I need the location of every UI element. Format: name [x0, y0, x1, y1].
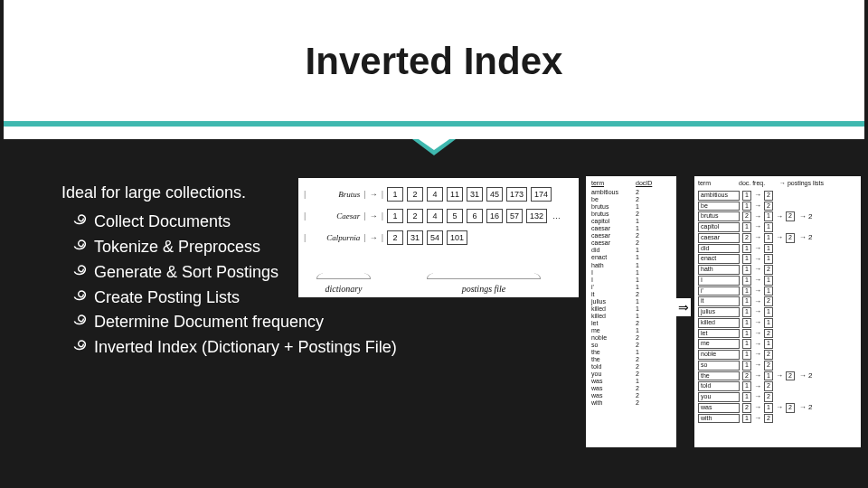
docid-cell: 2 — [636, 291, 671, 298]
arrow-icon: → — [754, 340, 761, 349]
docid-cell: 1 — [636, 218, 671, 225]
dict-freq: 1 — [742, 265, 751, 275]
docid-cell: 2 — [636, 385, 671, 392]
dict-ext: → 2 — [799, 233, 813, 242]
bullet-text: Collect Documents — [94, 212, 231, 230]
bullet-item: Inverted Index (Dictionary + Postings Fi… — [78, 335, 397, 361]
docid-cell: 1 — [636, 254, 671, 261]
dict-freq: 1 — [742, 202, 751, 211]
dict-term: with — [698, 414, 740, 424]
posting-row: |Caesar|→|124561657132… — [304, 209, 573, 223]
dict-row: was2→1→2→ 2 — [698, 403, 857, 413]
dict-term: ambitious — [698, 191, 740, 201]
dict-freq: 2 — [742, 233, 751, 243]
docid-cell: 1 — [636, 378, 671, 385]
arrow-icon: → — [754, 297, 761, 306]
dict-freq: 1 — [742, 244, 751, 254]
term-cell: ambitious — [591, 189, 627, 196]
docid-cell: 1 — [636, 298, 671, 305]
term-cell: enact — [591, 254, 627, 261]
arrow-icon: → — [754, 318, 761, 327]
arrow-icon: → — [754, 307, 761, 316]
docid-cell: 1 — [636, 305, 671, 313]
term-cell: the — [591, 349, 627, 356]
big-arrow-icon: ⇒ — [676, 298, 691, 316]
term-cell: be — [591, 196, 627, 203]
dict-freq: 1 — [742, 191, 751, 201]
arrow-icon: → — [754, 202, 761, 211]
dict-freq: 1 — [742, 276, 751, 286]
fig3-hdr-freq: doc. freq. — [739, 180, 777, 188]
term-cell: did — [591, 247, 627, 254]
term-cell: caesar — [591, 239, 627, 247]
term-cell: I — [591, 269, 627, 277]
docid-cell: 2 — [636, 320, 671, 327]
bullet-text: Tokenize & Preprocess — [94, 238, 260, 256]
docid-cell: 1 — [636, 277, 671, 284]
dict-freq: 1 — [742, 222, 751, 232]
fig3-hdr-post: → postings lists — [779, 180, 824, 188]
docid-cell: 2 — [636, 211, 671, 218]
term-cell: it — [591, 291, 627, 298]
dict-freq: 1 — [742, 254, 751, 264]
docid-cell: 2 — [636, 239, 671, 247]
dict-term: be — [698, 202, 740, 211]
dict-row: I1→1 — [698, 276, 857, 286]
dict-freq: 1 — [742, 392, 751, 402]
dict-row: caesar2→1→2→ 2 — [698, 233, 857, 243]
arrow-icon: → — [754, 191, 761, 200]
docid-cell: 2 — [636, 342, 671, 349]
slide: Inverted Index Ideal for large collectio… — [0, 0, 868, 488]
term-cell: caesar — [591, 232, 627, 239]
posting-term: Calpurnia — [309, 233, 360, 242]
arrow-icon: → — [754, 286, 761, 296]
dict-row: you1→2 — [698, 392, 857, 402]
dict-row: let1→2 — [698, 329, 857, 339]
dict-ext: → 2 — [799, 212, 813, 221]
term-cell: was — [591, 385, 627, 392]
dict-row: so1→2 — [698, 361, 857, 371]
dict-term: was — [698, 403, 740, 413]
dict-freq: 1 — [742, 414, 751, 424]
dict-freq: 1 — [742, 296, 751, 306]
dict-row: me1→1 — [698, 339, 857, 349]
dict-row: it1→2 — [698, 296, 857, 306]
dict-term: hath — [698, 265, 740, 275]
arrow-icon: → — [754, 276, 761, 285]
dict-row: killed1→1 — [698, 318, 857, 328]
docid-cell: 1 — [636, 269, 671, 277]
term-cell: was — [591, 378, 627, 385]
term-cell: killed — [591, 313, 627, 320]
fig1-label-postings: postings file — [389, 284, 579, 294]
dict-term: julius — [698, 307, 740, 317]
dict-term: told — [698, 381, 740, 391]
bullet-item: Determine Document frequency — [78, 310, 397, 335]
docid-cell: 2 — [636, 356, 671, 363]
title-band: Inverted Index — [4, 0, 864, 139]
term-cell: brutus — [591, 203, 627, 211]
dict-term: i' — [698, 286, 740, 296]
dict-term: the — [698, 371, 740, 381]
docid-cell: 1 — [636, 349, 671, 356]
arrow-icon: → — [370, 233, 378, 242]
docid-cell: 1 — [636, 284, 671, 291]
term-cell: with — [591, 399, 627, 407]
dict-ext: → 2 — [799, 371, 813, 380]
dict-freq: 1 — [742, 318, 751, 328]
term-cell: caesar — [591, 225, 627, 232]
fig2-header-term: term — [591, 180, 627, 187]
dict-freq: 1 — [742, 339, 751, 349]
arrow-icon: → — [754, 222, 761, 231]
docid-cell: 2 — [636, 232, 671, 239]
dict-term: it — [698, 296, 740, 306]
docid-cell: 2 — [636, 189, 671, 196]
notch-inner — [416, 137, 452, 150]
dict-term: I — [698, 276, 740, 286]
dict-freq: 1 — [742, 307, 751, 317]
posting-term: Brutus — [309, 190, 360, 199]
arrow-icon: → — [754, 414, 761, 423]
term-cell: capitol — [591, 218, 627, 225]
dict-row: did1→1 — [698, 244, 857, 254]
bullet-text: Generate & Sort Postings — [94, 263, 278, 281]
term-cell: the — [591, 356, 627, 363]
